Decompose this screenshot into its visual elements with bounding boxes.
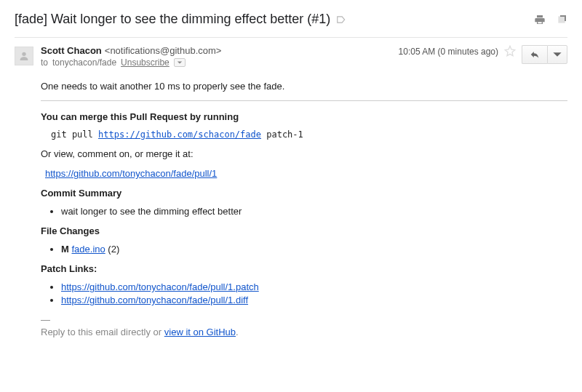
message-header: Scott Chacon <notifications@github.com> … — [15, 38, 567, 68]
file-status: M — [61, 244, 69, 255]
file-heading: File Changes — [41, 225, 567, 236]
git-cmd-prefix: git pull — [51, 129, 98, 140]
view-on-github-link[interactable]: view it on GitHub — [164, 327, 236, 337]
commit-item: wait longer to see the dimming effect be… — [61, 206, 567, 217]
print-icon[interactable] — [534, 14, 546, 25]
file-change-item: M fade.ino (2) — [61, 244, 567, 255]
reply-button-group — [522, 45, 567, 64]
subject-row: [fade] Wait longer to see the dimming ef… — [15, 9, 567, 38]
message-body: One needs to wait another 10 ms to prope… — [15, 68, 567, 337]
git-branch: patch-1 — [261, 129, 303, 140]
view-text: Or view, comment on, or merge it at: — [41, 148, 567, 159]
reply-note: Reply to this email directly or view it … — [41, 327, 567, 337]
from-email: <notifications@github.com> — [105, 45, 222, 56]
svg-point-0 — [22, 52, 25, 56]
merge-heading: You can merge this Pull Request by runni… — [41, 111, 567, 122]
file-lines: (2) — [105, 244, 120, 255]
patch-link[interactable]: https://github.com/tonychacon/fade/pull/… — [61, 281, 259, 292]
to-prefix: to — [41, 57, 48, 68]
divider — [41, 100, 567, 101]
diff-link-item: https://github.com/tonychacon/fade/pull/… — [61, 295, 567, 305]
label-icon[interactable] — [336, 15, 346, 25]
file-name-link[interactable]: fade.ino — [71, 244, 105, 255]
reply-note-prefix: Reply to this email directly or — [41, 327, 164, 337]
unsubscribe-link[interactable]: Unsubscribe — [121, 57, 170, 68]
to-target: tonychacon/fade — [52, 57, 116, 68]
diff-link[interactable]: https://github.com/tonychacon/fade/pull/… — [61, 295, 248, 305]
patch-link-item: https://github.com/tonychacon/fade/pull/… — [61, 281, 567, 292]
pr-url-link[interactable]: https://github.com/tonychacon/fade/pull/… — [45, 168, 217, 179]
signature-dash: — — [41, 314, 567, 325]
details-toggle[interactable] — [174, 58, 186, 67]
intro-text: One needs to wait another 10 ms to prope… — [41, 81, 567, 92]
reply-button[interactable] — [522, 45, 547, 64]
reply-more-button[interactable] — [547, 45, 567, 64]
avatar — [15, 47, 33, 65]
star-icon[interactable] — [504, 45, 516, 57]
open-new-window-icon[interactable] — [556, 14, 567, 25]
timestamp: 10:05 AM (0 minutes ago) — [399, 45, 498, 57]
commit-heading: Commit Summary — [41, 188, 567, 199]
patch-heading: Patch Links: — [41, 263, 567, 274]
git-url-link[interactable]: https://github.com/schacon/fade — [98, 129, 261, 140]
subject-text: [fade] Wait longer to see the dimming ef… — [15, 12, 330, 27]
git-command: git pull https://github.com/schacon/fade… — [51, 129, 567, 140]
from-name: Scott Chacon — [41, 45, 102, 56]
reply-note-suffix: . — [236, 327, 239, 337]
